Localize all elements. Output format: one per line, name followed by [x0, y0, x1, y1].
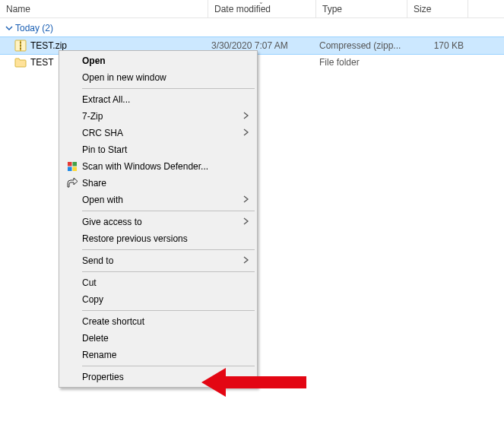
sort-caret-icon: ⌄	[258, 0, 264, 5]
file-type: Compressed (zipp...	[319, 40, 410, 51]
blank-icon	[64, 125, 81, 141]
menu-item-create-shortcut[interactable]: Create shortcut	[61, 313, 255, 330]
svg-rect-5	[68, 162, 72, 166]
menu-item-label: Give access to	[81, 217, 255, 227]
menu-item-rename[interactable]: Rename	[61, 347, 255, 363]
blank-icon	[64, 192, 81, 208]
file-date: 3/30/2020 7:07 AM	[211, 40, 319, 51]
column-header-name-label: Name	[6, 4, 30, 14]
svg-rect-3	[20, 45, 21, 46]
blank-icon	[64, 330, 81, 347]
submenu-arrow-icon	[243, 128, 249, 138]
svg-rect-8	[73, 167, 78, 172]
menu-item-label: CRC SHA	[81, 128, 255, 138]
file-name: TEST.zip	[30, 40, 211, 51]
blank-icon	[64, 369, 81, 385]
submenu-arrow-icon	[243, 255, 249, 266]
column-header-type[interactable]: Type	[316, 0, 407, 17]
svg-rect-2	[20, 42, 21, 43]
menu-item-label: Pin to Start	[81, 144, 255, 155]
file-size: 170 KB	[410, 40, 464, 51]
blank-icon	[64, 230, 81, 247]
menu-item-give-access-to[interactable]: Give access to	[61, 214, 255, 230]
column-headers: Name Date modified Type Size ⌄	[0, 0, 504, 18]
submenu-arrow-icon	[243, 111, 249, 122]
blank-icon	[64, 274, 81, 291]
menu-item-label: Copy	[81, 294, 255, 305]
blank-icon	[64, 108, 81, 125]
menu-item-share[interactable]: Share	[61, 175, 255, 192]
share-icon	[64, 175, 81, 192]
svg-rect-6	[73, 162, 78, 166]
menu-item-label: Share	[81, 178, 255, 189]
menu-item-label: Scan with Windows Defender...	[81, 161, 255, 172]
menu-item-label: Extract All...	[81, 94, 255, 105]
blank-icon	[64, 52, 81, 69]
menu-item-label: Open	[81, 55, 255, 66]
menu-item-open-new-window[interactable]: Open in new window	[61, 69, 255, 86]
menu-item-crc-sha[interactable]: CRC SHA	[61, 125, 255, 141]
menu-separator	[82, 366, 255, 366]
blank-icon	[64, 313, 81, 330]
defender-shield-icon	[64, 158, 81, 175]
chevron-down-icon	[5, 24, 14, 33]
menu-item-label: Properties	[81, 372, 255, 382]
menu-separator	[82, 211, 255, 211]
column-header-size[interactable]: Size	[407, 0, 468, 17]
svg-rect-4	[20, 48, 21, 49]
menu-item-label: 7-Zip	[81, 111, 255, 122]
menu-item-label: Rename	[81, 350, 255, 360]
menu-item-copy[interactable]: Copy	[61, 291, 255, 308]
blank-icon	[64, 252, 81, 269]
menu-separator	[82, 271, 255, 272]
submenu-arrow-icon	[243, 195, 249, 205]
menu-item-label: Create shortcut	[81, 316, 255, 327]
menu-item-label: Open in new window	[81, 72, 255, 83]
menu-item-properties[interactable]: Properties	[61, 369, 255, 385]
menu-item-open[interactable]: Open	[61, 52, 255, 69]
column-header-size-label: Size	[414, 4, 431, 14]
column-header-name[interactable]: Name	[0, 0, 208, 17]
blank-icon	[64, 291, 81, 308]
menu-item-label: Cut	[81, 277, 255, 288]
menu-item-7zip[interactable]: 7-Zip	[61, 108, 255, 125]
zip-file-icon	[14, 39, 27, 52]
menu-item-restore-previous[interactable]: Restore previous versions	[61, 230, 255, 247]
menu-item-delete[interactable]: Delete	[61, 330, 255, 347]
group-header-label: Today (2)	[15, 23, 53, 33]
blank-icon	[64, 141, 81, 158]
blank-icon	[64, 91, 81, 108]
svg-rect-7	[68, 167, 72, 172]
file-type: File folder	[319, 57, 410, 68]
column-header-type-label: Type	[322, 4, 342, 14]
menu-item-pin-to-start[interactable]: Pin to Start	[61, 141, 255, 158]
menu-separator	[82, 249, 255, 250]
submenu-arrow-icon	[243, 217, 249, 227]
menu-item-cut[interactable]: Cut	[61, 274, 255, 291]
menu-item-extract-all[interactable]: Extract All...	[61, 91, 255, 108]
blank-icon	[64, 347, 81, 363]
menu-item-send-to[interactable]: Send to	[61, 252, 255, 269]
group-header-today[interactable]: Today (2)	[0, 18, 504, 37]
blank-icon	[64, 214, 81, 230]
menu-separator	[82, 88, 255, 89]
context-menu: Open Open in new window Extract All... 7…	[59, 50, 258, 388]
menu-separator	[82, 310, 255, 311]
folder-icon	[14, 55, 27, 69]
menu-item-label: Open with	[81, 195, 255, 205]
menu-item-label: Delete	[81, 333, 255, 344]
menu-item-open-with[interactable]: Open with	[61, 192, 255, 208]
menu-item-scan-defender[interactable]: Scan with Windows Defender...	[61, 158, 255, 175]
menu-item-label: Send to	[81, 255, 255, 266]
menu-item-label: Restore previous versions	[81, 233, 255, 244]
blank-icon	[64, 69, 81, 86]
